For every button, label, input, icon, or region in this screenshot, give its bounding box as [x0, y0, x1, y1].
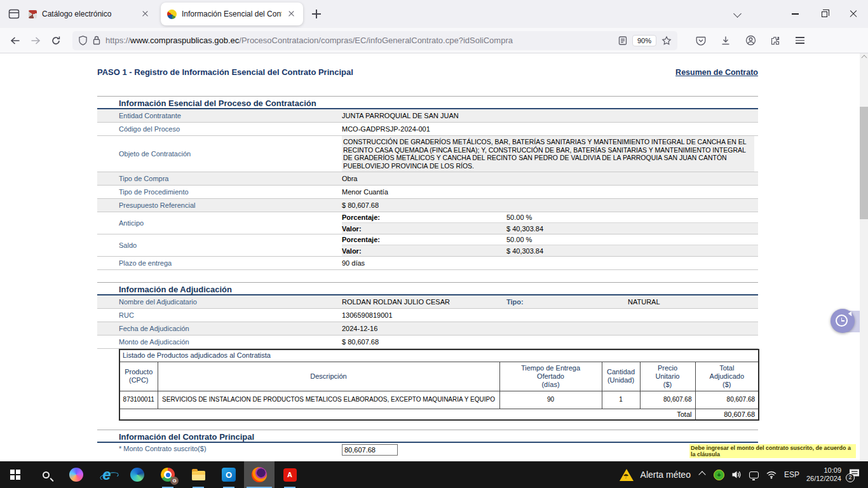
catalogo-favicon-icon	[29, 10, 37, 18]
table-row: Fecha de Adjudicación 2024-12-16	[97, 322, 758, 336]
list-all-tabs-button[interactable]	[728, 4, 747, 24]
start-button[interactable]	[0, 461, 31, 488]
pocket-icon[interactable]	[691, 31, 710, 50]
total-value: 80,607.68	[695, 409, 759, 420]
section-proceso-contratacion: Información Esencial del Proceso de Cont…	[97, 96, 758, 270]
weather-alert-icon[interactable]: ☂	[620, 469, 634, 481]
umbrella-icon: ☂	[623, 473, 629, 480]
taskbar-internet-explorer-button[interactable]: e	[92, 461, 122, 488]
cast-display-icon[interactable]	[749, 471, 759, 478]
taskbar-chrome-button[interactable]: G	[153, 461, 183, 488]
browser-nav-bar: https://www.compraspublicas.gob.ec/Proce…	[0, 28, 868, 53]
total-row: Total 80,607.68	[119, 409, 759, 420]
forward-button[interactable]	[25, 31, 46, 50]
taskbar-outlook-button[interactable]: O	[214, 461, 244, 488]
zoom-level-button[interactable]: 90%	[632, 35, 656, 46]
notifications-button[interactable]: 2	[848, 468, 862, 481]
account-icon[interactable]	[741, 31, 760, 50]
outlook-icon: O	[222, 468, 236, 482]
cell-tiempo: 90	[499, 391, 602, 409]
tab-informacion-esencial[interactable]: Información Esencial del Contra	[161, 3, 303, 25]
extension-floating-button[interactable]	[831, 309, 855, 333]
tab-title: Información Esencial del Contra	[182, 10, 281, 18]
page-content: PASO 1 - Registro de Información Esencia…	[0, 53, 860, 461]
search-icon	[43, 471, 50, 478]
firefox-icon	[252, 467, 267, 482]
taskbar-search-button[interactable]	[31, 461, 61, 488]
minimize-icon	[792, 13, 799, 14]
tab-close-icon[interactable]	[287, 9, 297, 19]
section-title: Información Esencial del Proceso de Cont…	[97, 97, 758, 109]
monto-contrato-input[interactable]	[342, 444, 398, 456]
clock-icon	[836, 315, 848, 327]
objeto-text: CONSTRUCCIÓN DE GRADERÍOS METÁLICOS, BAR…	[342, 136, 754, 172]
acrobat-icon: A	[283, 468, 297, 482]
taskbar-file-explorer-button[interactable]	[183, 461, 214, 488]
windows-taskbar: e G O A ☂ Alerta méteo + ESP 10:0926/12/…	[0, 461, 868, 488]
resumen-contrato-link[interactable]: Resumen de Contrato	[675, 68, 758, 77]
file-explorer-icon	[192, 471, 205, 480]
cell-precio-unitario: 80,607.68	[640, 391, 695, 409]
cell-cantidad: 1	[602, 391, 640, 409]
wifi-icon[interactable]	[766, 470, 777, 479]
edge-icon	[130, 468, 144, 482]
tray-expand-chevron-icon[interactable]	[698, 471, 705, 478]
extensions-icon[interactable]	[766, 31, 785, 50]
taskbar-acrobat-button[interactable]: A	[275, 461, 305, 488]
antivirus-tray-icon[interactable]: +	[714, 470, 724, 480]
page-scrollbar[interactable]	[860, 53, 868, 461]
lock-icon[interactable]	[93, 36, 100, 45]
downloads-icon[interactable]	[716, 31, 735, 50]
tab-title: Catálogo electrónico	[42, 10, 135, 18]
anticipo-valor: Valor: $ 40,303.84	[342, 223, 758, 234]
volume-icon[interactable]	[731, 470, 742, 480]
col-header-cantidad: Cantidad (Unidad)	[602, 362, 640, 391]
table-row-anticipo: Anticipo Porcentaje: 50.00 % Valor: $ 40…	[97, 212, 758, 234]
col-header-total-adjudicado: Total Adjudicado ($)	[695, 362, 759, 391]
section-title: Información del Contrato Principal	[97, 430, 758, 443]
products-table: Listado de Productos adjudicados al Cont…	[119, 349, 758, 421]
section-adjudicacion: Información de Adjudicación Nombre del A…	[97, 282, 758, 421]
col-header-tiempo-entrega: Tiempo de Entrega Ofertado (días)	[499, 362, 602, 391]
table-row-saldo: Saldo Porcentaje: 50.00 % Valor: $ 40,30…	[97, 234, 758, 257]
language-indicator[interactable]: ESP	[784, 470, 799, 479]
table-row: Monto de Adjudicación $ 80,607.68	[97, 336, 758, 349]
compraspublicas-favicon-icon	[167, 10, 177, 19]
url-text[interactable]: https://www.compraspublicas.gob.ec/Proce…	[105, 35, 613, 46]
internet-explorer-icon: e	[102, 468, 111, 482]
minimize-button[interactable]	[780, 0, 810, 28]
taskbar-copilot-button[interactable]	[61, 461, 92, 488]
total-label: Total	[119, 409, 695, 420]
reload-button[interactable]	[46, 31, 66, 50]
cell-descripcion: SERVICIOS DE INSTALACION DE PRODUCTOS ME…	[158, 391, 499, 409]
table-row: Código del Proceso MCO-GADPRSJP-2024-001	[97, 123, 758, 136]
scrollbar-thumb[interactable]	[860, 107, 868, 219]
scroll-up-arrow-icon[interactable]	[861, 55, 867, 60]
tab-close-icon[interactable]	[140, 9, 151, 19]
chevron-down-icon	[733, 10, 742, 18]
new-tab-button[interactable]	[307, 4, 326, 24]
col-header-precio-unitario: Precio Unitario ($)	[640, 362, 695, 391]
close-button[interactable]	[839, 0, 868, 28]
firefox-view-icon[interactable]	[6, 6, 22, 22]
table-row: Tipo de Procedimiento Menor Cuantía	[97, 186, 758, 199]
reader-view-icon[interactable]	[618, 36, 627, 45]
tracking-shield-icon[interactable]	[78, 35, 88, 46]
restore-button[interactable]	[810, 0, 839, 28]
section-title: Información de Adjudicación	[97, 283, 758, 295]
tab-catalogo-electronico[interactable]: Catálogo electrónico	[22, 0, 157, 28]
back-button[interactable]	[5, 31, 25, 50]
taskbar-edge-button[interactable]	[122, 461, 153, 488]
products-table-caption: Listado de Productos adjudicados al Cont…	[119, 349, 759, 362]
chrome-profile-badge: G	[170, 477, 179, 485]
menu-icon[interactable]	[790, 31, 810, 50]
bookmark-star-icon[interactable]	[661, 36, 672, 46]
copilot-icon	[69, 468, 83, 482]
table-row: Presupuesto Referencial $ 80,607.68	[97, 199, 758, 212]
restore-icon	[822, 11, 827, 17]
weather-alert-text[interactable]: Alerta méteo	[641, 470, 691, 480]
taskbar-firefox-button[interactable]	[244, 461, 275, 488]
url-bar[interactable]: https://www.compraspublicas.gob.ec/Proce…	[72, 31, 677, 50]
taskbar-clock[interactable]: 10:0926/12/2024	[806, 466, 841, 483]
close-icon	[849, 10, 858, 18]
